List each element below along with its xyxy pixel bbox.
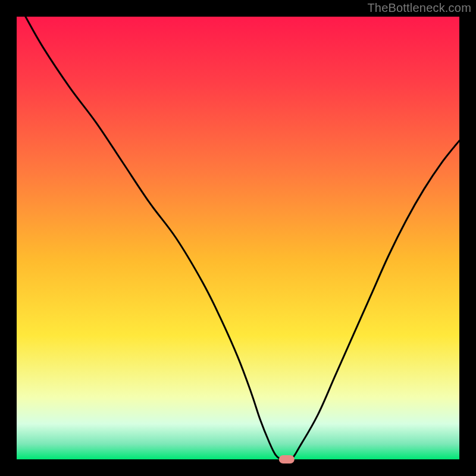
bottleneck-chart — [0, 0, 476, 476]
plot-area — [17, 17, 459, 459]
optimal-marker — [279, 455, 295, 464]
attribution-label: TheBottleneck.com — [367, 1, 471, 15]
chart-container: TheBottleneck.com — [0, 0, 476, 476]
